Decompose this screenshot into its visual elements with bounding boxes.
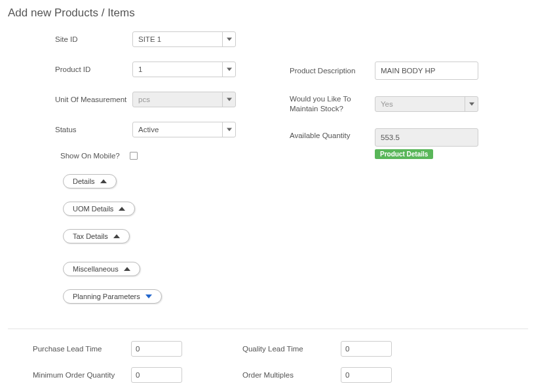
uom-details-toggle[interactable]: UOM Details bbox=[63, 202, 135, 216]
status-value: Active bbox=[133, 126, 222, 134]
maintain-stock-select[interactable]: Yes bbox=[375, 96, 478, 112]
chevron-up-icon bbox=[124, 267, 130, 271]
site-id-label: Site ID bbox=[55, 35, 132, 43]
site-id-value: SITE 1 bbox=[133, 35, 222, 43]
order-multiples-label: Order Multiples bbox=[242, 371, 341, 379]
status-label: Status bbox=[55, 126, 132, 134]
details-label: Details bbox=[73, 177, 95, 185]
product-description-label: Product Description bbox=[290, 66, 375, 76]
product-id-select[interactable]: 1 bbox=[132, 62, 236, 77]
chevron-up-icon bbox=[100, 179, 107, 183]
product-description-input[interactable] bbox=[375, 62, 478, 80]
planning-parameters-label: Planning Parameters bbox=[73, 293, 140, 300]
details-toggle[interactable]: Details bbox=[63, 174, 117, 188]
quality-lead-label: Quality Lead Time bbox=[242, 345, 341, 353]
chevron-down-icon bbox=[222, 92, 235, 107]
min-order-qty-label: Minimum Order Quantity bbox=[33, 371, 131, 379]
divider bbox=[8, 329, 528, 329]
purchase-lead-label: Purchase Lead Time bbox=[33, 345, 131, 353]
chevron-down-icon bbox=[465, 97, 478, 111]
miscellaneous-label: Miscellaneous bbox=[73, 265, 119, 273]
product-id-value: 1 bbox=[133, 65, 222, 73]
order-multiples-input[interactable] bbox=[341, 367, 392, 383]
chevron-down-icon bbox=[145, 294, 152, 298]
miscellaneous-toggle[interactable]: Miscellaneous bbox=[63, 262, 140, 276]
chevron-down-icon bbox=[222, 122, 235, 137]
show-on-mobile-checkbox[interactable] bbox=[130, 152, 138, 160]
product-id-label: Product ID bbox=[55, 65, 132, 73]
tax-details-label: Tax Details bbox=[73, 232, 108, 240]
chevron-down-icon bbox=[222, 32, 235, 46]
available-quantity-input bbox=[375, 128, 478, 147]
product-details-badge[interactable]: Product Details bbox=[375, 149, 433, 159]
min-order-qty-input[interactable] bbox=[131, 367, 182, 383]
show-on-mobile-label: Show On Mobile? bbox=[60, 152, 130, 160]
maintain-stock-label: Would you Like To Maintain Stock? bbox=[290, 94, 375, 114]
status-select[interactable]: Active bbox=[132, 122, 236, 137]
chevron-up-icon bbox=[119, 207, 125, 211]
purchase-lead-input[interactable] bbox=[131, 341, 182, 357]
chevron-up-icon bbox=[113, 234, 120, 238]
uom-select[interactable]: pcs bbox=[132, 92, 236, 107]
page-title: Add new Products / Items bbox=[8, 7, 528, 20]
chevron-down-icon bbox=[222, 62, 235, 77]
uom-value: pcs bbox=[133, 96, 222, 103]
tax-details-toggle[interactable]: Tax Details bbox=[63, 229, 130, 243]
uom-label: Unit Of Measurement bbox=[55, 96, 132, 103]
uom-details-label: UOM Details bbox=[73, 205, 113, 213]
available-quantity-label: Available Quantity bbox=[290, 128, 375, 141]
site-id-select[interactable]: SITE 1 bbox=[132, 31, 236, 47]
planning-parameters-toggle[interactable]: Planning Parameters bbox=[63, 289, 162, 304]
maintain-stock-value: Yes bbox=[375, 100, 465, 108]
quality-lead-input[interactable] bbox=[341, 341, 392, 357]
